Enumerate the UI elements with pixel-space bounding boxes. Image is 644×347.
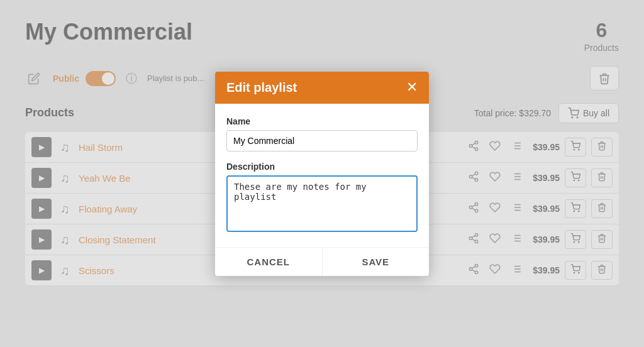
cancel-button[interactable]: CANCEL	[215, 248, 323, 276]
name-input[interactable]	[226, 130, 418, 151]
description-label: Description	[226, 162, 418, 172]
modal-header: Edit playlist ✕	[215, 72, 429, 104]
modal-title: Edit playlist	[226, 80, 297, 95]
modal-body: Name Description	[215, 104, 429, 247]
modal-close-button[interactable]: ✕	[406, 80, 418, 94]
description-textarea[interactable]	[226, 175, 418, 232]
save-button[interactable]: SAVE	[323, 248, 430, 276]
modal-overlay: Edit playlist ✕ Name Description CANCEL …	[0, 0, 644, 347]
edit-playlist-modal: Edit playlist ✕ Name Description CANCEL …	[215, 72, 429, 276]
name-label: Name	[226, 116, 418, 126]
modal-footer: CANCEL SAVE	[215, 247, 429, 276]
